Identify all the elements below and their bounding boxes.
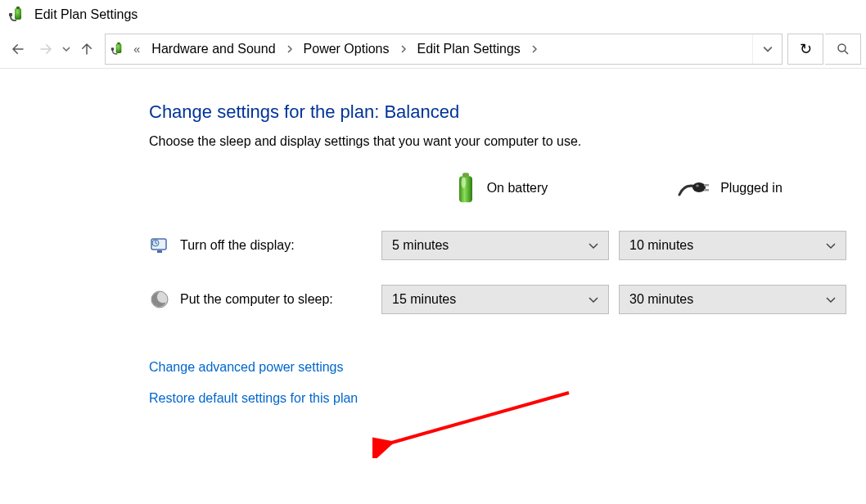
chevron-down-icon [589,238,598,253]
svg-rect-12 [704,189,709,191]
svg-rect-8 [462,173,469,177]
svg-point-9 [461,178,465,188]
svg-rect-0 [15,8,21,20]
svg-rect-3 [116,43,122,53]
battery-icon [453,170,479,206]
setting-label-sleep: Put the computer to sleep: [180,292,333,307]
advanced-settings-link[interactable]: Change advanced power settings [149,360,866,375]
page-subheading: Choose the sleep and display settings th… [149,134,866,149]
svg-rect-1 [16,7,20,9]
power-plan-icon [8,5,28,25]
breadcrumb-truncation[interactable]: « [130,42,143,56]
chevron-down-icon [589,292,598,307]
forward-button [33,36,59,62]
svg-rect-2 [9,13,12,16]
breadcrumb-edit-plan-settings[interactable]: Edit Plan Settings [413,42,525,56]
window-titlebar: Edit Plan Settings [0,0,866,29]
column-header-battery: On battery [381,170,619,206]
power-plan-icon [111,41,127,57]
breadcrumb-hardware-sound[interactable]: Hardware and Sound [147,42,280,56]
back-button[interactable] [5,36,31,62]
search-button[interactable] [825,34,861,65]
chevron-down-icon [826,238,836,253]
svg-rect-15 [157,250,162,253]
breadcrumb-power-options[interactable]: Power Options [299,42,395,56]
moon-icon [149,289,170,310]
plug-icon [676,175,712,201]
column-header-plugged: Plugged in [619,170,840,206]
sleep-plugged-value: 30 minutes [629,292,693,307]
display-battery-value: 5 minutes [392,238,449,253]
restore-defaults-link[interactable]: Restore default settings for this plan [149,391,866,406]
display-battery-dropdown[interactable]: 5 minutes [381,231,609,260]
address-bar[interactable]: « Hardware and Sound Power Options Edit … [105,34,783,65]
address-history-button[interactable] [752,34,782,64]
setting-row-display: Turn off the display: 5 minutes 10 minut… [149,231,866,260]
sleep-battery-value: 15 minutes [392,292,456,307]
refresh-button[interactable]: ↻ [787,34,823,65]
setting-row-sleep: Put the computer to sleep: 15 minutes 30… [149,285,866,314]
svg-point-6 [838,44,846,52]
window-title: Edit Plan Settings [34,7,138,22]
chevron-right-icon[interactable] [529,45,540,53]
setting-label-display: Turn off the display: [180,238,295,253]
navigation-bar: « Hardware and Sound Power Options Edit … [0,29,866,69]
up-button[interactable] [74,36,100,62]
chevron-down-icon [826,292,836,307]
svg-rect-11 [704,184,709,187]
chevron-right-icon[interactable] [398,45,409,53]
monitor-icon [149,235,170,256]
display-plugged-value: 10 minutes [629,238,693,253]
column-label-battery: On battery [487,181,548,196]
recent-locations-button[interactable] [61,36,72,62]
sleep-battery-dropdown[interactable]: 15 minutes [381,285,609,314]
sleep-plugged-dropdown[interactable]: 30 minutes [619,285,846,314]
svg-rect-4 [117,42,120,44]
svg-rect-5 [111,47,114,50]
chevron-right-icon[interactable] [284,45,295,53]
svg-point-10 [692,182,706,192]
content-area: Change settings for the plan: Balanced C… [0,69,866,406]
svg-rect-7 [459,176,472,202]
svg-point-13 [696,185,699,187]
column-label-plugged: Plugged in [720,181,783,196]
display-plugged-dropdown[interactable]: 10 minutes [619,231,846,260]
page-heading: Change settings for the plan: Balanced [149,101,866,123]
